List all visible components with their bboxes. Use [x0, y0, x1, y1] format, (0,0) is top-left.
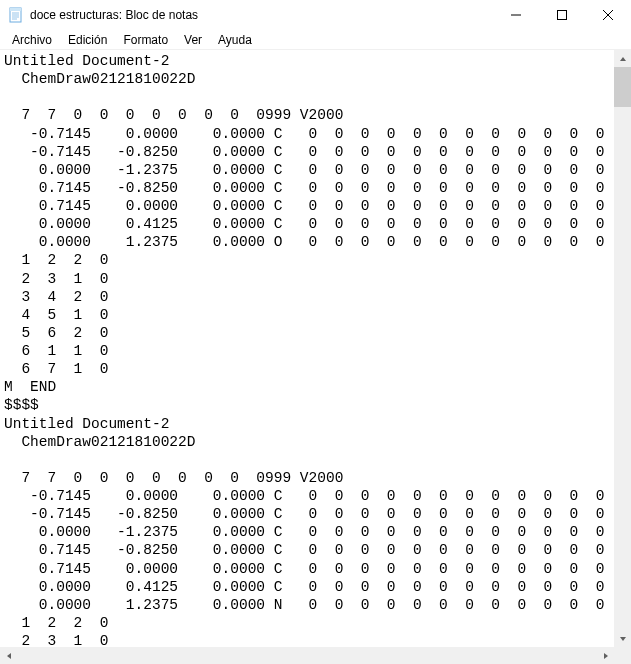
horizontal-scrollbar[interactable] [0, 647, 614, 664]
vertical-scrollbar[interactable] [614, 50, 631, 647]
scroll-right-button[interactable] [597, 647, 614, 664]
menu-edit[interactable]: Edición [60, 31, 115, 49]
scroll-track-horizontal[interactable] [17, 647, 597, 664]
titlebar: doce estructuras: Bloc de notas [0, 0, 631, 30]
scroll-track-vertical[interactable] [614, 67, 631, 630]
menubar: Archivo Edición Formato Ver Ayuda [0, 30, 631, 50]
scroll-thumb-vertical[interactable] [614, 67, 631, 107]
window-title: doce estructuras: Bloc de notas [30, 8, 493, 22]
menu-help[interactable]: Ayuda [210, 31, 260, 49]
svg-rect-7 [558, 11, 567, 20]
menu-file[interactable]: Archivo [4, 31, 60, 49]
text-editor[interactable]: Untitled Document-2 ChemDraw02121810022D… [0, 50, 614, 647]
close-button[interactable] [585, 0, 631, 30]
menu-view[interactable]: Ver [176, 31, 210, 49]
window-controls [493, 0, 631, 30]
scrollbar-corner [614, 647, 631, 664]
svg-marker-13 [604, 653, 608, 659]
svg-marker-12 [7, 653, 11, 659]
maximize-button[interactable] [539, 0, 585, 30]
svg-marker-10 [620, 57, 626, 61]
minimize-button[interactable] [493, 0, 539, 30]
scroll-up-button[interactable] [614, 50, 631, 67]
notepad-icon [8, 7, 24, 23]
svg-rect-1 [10, 8, 21, 11]
editor-container: Untitled Document-2 ChemDraw02121810022D… [0, 50, 631, 664]
scroll-left-button[interactable] [0, 647, 17, 664]
menu-format[interactable]: Formato [115, 31, 176, 49]
scroll-down-button[interactable] [614, 630, 631, 647]
svg-marker-11 [620, 637, 626, 641]
